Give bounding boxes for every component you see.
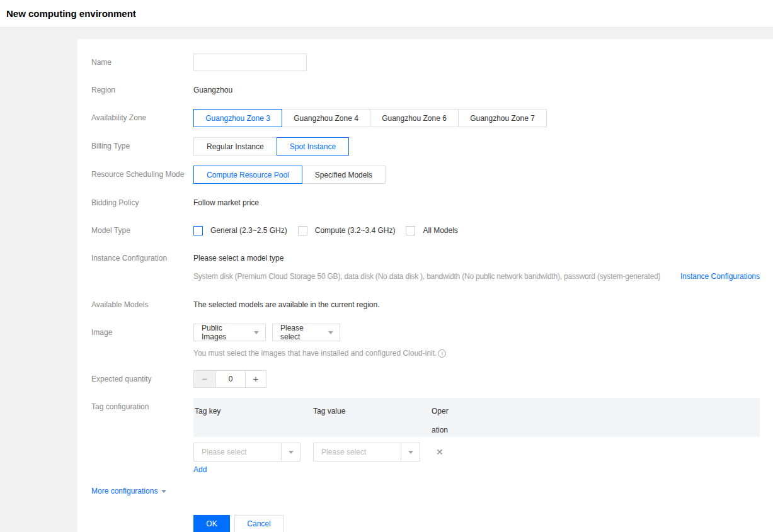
zone-option-guangzhou-zone-7[interactable]: Guangzhou Zone 7 — [458, 109, 547, 127]
available-models-label: Available Models — [91, 296, 193, 314]
form-row-region: Region Guangzhou — [91, 81, 760, 99]
checkbox-label: Compute (3.2~3.4 GHz) — [315, 226, 396, 235]
form-row-available-models: Available Models The selected models are… — [91, 296, 760, 314]
image-select-value: Please select — [273, 324, 328, 341]
more-configurations-link[interactable]: More configurations — [91, 487, 166, 495]
more-configurations-label: More configurations — [91, 487, 157, 495]
model-type-option-general[interactable]: General (2.3~2.5 GHz) — [193, 226, 287, 235]
chevron-down-icon — [161, 490, 166, 493]
resource-scheduling-mode-label: Resource Scheduling Mode — [91, 166, 193, 183]
quantity-value[interactable]: 0 — [216, 370, 246, 388]
name-label: Name — [91, 54, 193, 71]
zone-option-guangzhou-zone-3[interactable]: Guangzhou Zone 3 — [193, 109, 282, 127]
tag-key-select[interactable]: Please select — [193, 443, 301, 461]
page-header: New computing environment — [0, 0, 773, 28]
ok-button[interactable]: OK — [193, 515, 230, 532]
model-type-option-compute[interactable]: Compute (3.2~3.4 GHz) — [298, 226, 396, 235]
image-type-select[interactable]: Public Images — [193, 324, 266, 341]
form-row-billing-type: Billing Type Regular Instance Spot Insta… — [91, 137, 760, 156]
image-note: You must select the images that have ins… — [193, 349, 437, 358]
scheduling-option-specified-models[interactable]: Specified Models — [302, 166, 386, 184]
form-row-expected-quantity: Expected quantity − 0 + — [91, 370, 760, 388]
available-models-value: The selected models are available in the… — [193, 296, 760, 314]
page-title: New computing environment — [6, 8, 136, 19]
quantity-decrease-button[interactable]: − — [193, 370, 216, 388]
instance-configuration-prompt: Please select a model type — [193, 249, 760, 264]
region-value: Guangzhou — [193, 81, 760, 99]
operation-column-header: Operation — [432, 402, 452, 437]
zone-option-guangzhou-zone-4[interactable]: Guangzhou Zone 4 — [282, 109, 370, 127]
chevron-down-icon — [281, 443, 300, 461]
tag-configuration-label: Tag configuration — [91, 398, 193, 416]
quantity-increase-button[interactable]: + — [245, 370, 266, 388]
zone-option-guangzhou-zone-6[interactable]: Guangzhou Zone 6 — [370, 109, 459, 127]
expected-quantity-label: Expected quantity — [91, 370, 193, 388]
checkbox-icon[interactable] — [298, 226, 307, 235]
availability-zone-label: Availability Zone — [91, 109, 193, 127]
image-type-select-value: Public Images — [194, 324, 254, 341]
tag-key-column-header: Tag key — [193, 402, 313, 437]
chevron-down-icon — [328, 331, 333, 334]
name-input[interactable] — [193, 54, 307, 71]
image-select[interactable]: Please select — [272, 324, 340, 341]
form-row-name: Name — [91, 54, 760, 71]
checkbox-label: General (2.3~2.5 GHz) — [210, 226, 287, 235]
form-row-bidding-policy: Bidding Policy Follow market price — [91, 194, 760, 212]
form-row-instance-configuration: Instance Configuration Please select a m… — [91, 249, 760, 281]
instance-configuration-summary: System disk (Premium Cloud Storage 50 GB… — [193, 272, 660, 281]
tag-value-select-value: Please select — [314, 448, 401, 456]
form-row-tag-configuration: Tag configuration Tag key Tag value Oper… — [91, 398, 760, 474]
info-icon[interactable]: i — [438, 349, 446, 358]
form-row-resource-scheduling-mode: Resource Scheduling Mode Compute Resourc… — [91, 166, 760, 184]
tag-key-select-value: Please select — [194, 448, 281, 456]
add-tag-link[interactable]: Add — [193, 465, 207, 474]
checkbox-icon[interactable] — [406, 226, 415, 235]
instance-configurations-link[interactable]: Instance Configurations — [680, 272, 760, 281]
chevron-down-icon — [401, 443, 420, 461]
form-row-model-type: Model Type General (2.3~2.5 GHz) Compute… — [91, 222, 760, 239]
cancel-button[interactable]: Cancel — [234, 515, 283, 532]
tag-table-header: Tag key Tag value Operation — [193, 398, 760, 437]
tag-value-select[interactable]: Please select — [313, 443, 420, 461]
tag-value-column-header: Tag value — [313, 402, 432, 437]
region-label: Region — [91, 81, 193, 99]
bidding-policy-label: Bidding Policy — [91, 194, 193, 212]
image-label: Image — [91, 324, 193, 341]
tag-row: Please select Please select ✕ — [193, 443, 760, 461]
checkbox-label: All Models — [423, 226, 457, 235]
billing-type-label: Billing Type — [91, 137, 193, 155]
instance-configuration-label: Instance Configuration — [91, 249, 193, 267]
form-row-image: Image Public Images Please select You mu… — [91, 324, 760, 358]
billing-option-regular-instance[interactable]: Regular Instance — [193, 137, 277, 156]
checkbox-icon[interactable] — [193, 226, 203, 235]
form-row-availability-zone: Availability Zone Guangzhou Zone 3 Guang… — [91, 109, 760, 127]
scheduling-option-compute-resource-pool[interactable]: Compute Resource Pool — [193, 166, 302, 184]
chevron-down-icon — [254, 331, 259, 334]
billing-option-spot-instance[interactable]: Spot Instance — [277, 137, 349, 156]
model-type-label: Model Type — [91, 222, 193, 239]
bidding-policy-value: Follow market price — [193, 194, 760, 212]
delete-tag-row-icon[interactable]: ✕ — [436, 448, 444, 456]
model-type-option-all-models[interactable]: All Models — [406, 226, 457, 235]
form-card: Name Region Guangzhou Availability Zone … — [77, 39, 773, 532]
